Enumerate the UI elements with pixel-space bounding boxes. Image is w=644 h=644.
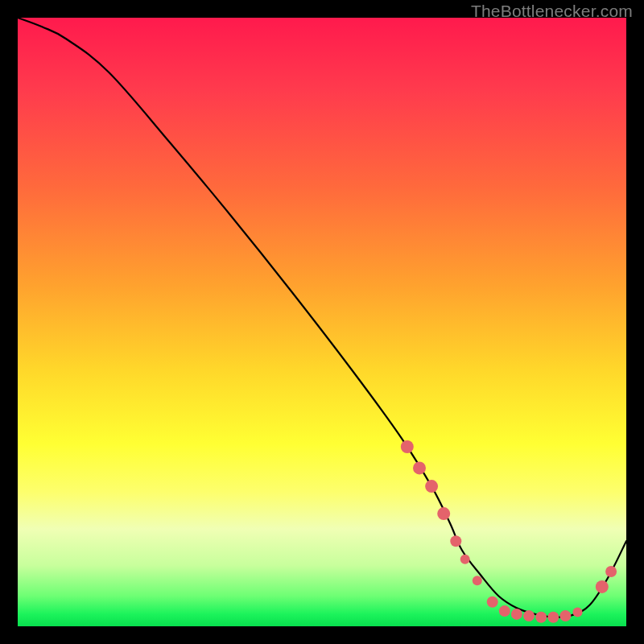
highlight-marker	[573, 608, 583, 617]
chart-frame: TheBottlenecker.com	[0, 0, 644, 644]
highlight-marker	[547, 612, 559, 623]
highlight-marker	[460, 555, 470, 564]
bottleneck-curve	[18, 18, 626, 617]
highlight-marker	[401, 440, 414, 453]
highlight-marker	[596, 580, 609, 593]
watermark-text: TheBottlenecker.com	[471, 2, 633, 21]
marker-group	[401, 440, 617, 623]
highlight-marker	[535, 612, 547, 623]
highlight-marker	[437, 507, 450, 520]
highlight-marker	[450, 535, 461, 547]
highlight-marker	[425, 480, 438, 493]
highlight-marker	[499, 605, 510, 617]
highlight-marker	[511, 609, 522, 620]
highlight-marker	[413, 461, 426, 474]
highlight-marker	[523, 610, 535, 621]
highlight-marker	[605, 566, 617, 577]
highlight-marker	[487, 597, 498, 608]
chart-plot-area	[18, 18, 626, 626]
chart-svg	[18, 18, 626, 626]
highlight-marker	[559, 610, 571, 621]
highlight-marker	[473, 576, 482, 585]
